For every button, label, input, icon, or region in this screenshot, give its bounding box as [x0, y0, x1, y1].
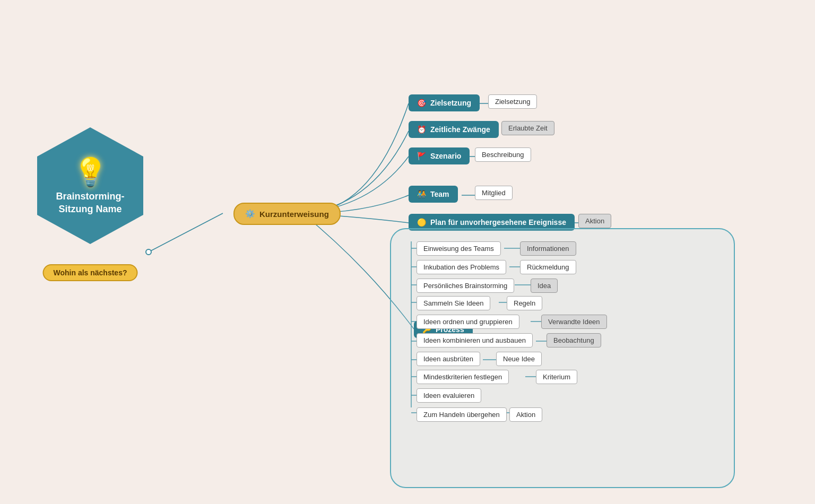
hex-shape: 💡 Brainstorming- Sitzung Name [37, 127, 143, 244]
zeitliche-icon: ⏰ [417, 125, 426, 134]
sub-mindest: Mindestkriterien festlegen [417, 370, 509, 384]
sub-ausbrueten: Ideen ausbrüten [417, 352, 480, 366]
szenario-label: Szenario [430, 152, 461, 160]
sub-ordnen: Ideen ordnen und gruppieren [417, 315, 519, 329]
svg-line-0 [149, 213, 223, 252]
leaf-einweisung: Informationen [520, 241, 576, 256]
zielsetzung-icon: 🎯 [417, 99, 426, 107]
szenario-icon: 🚩 [417, 152, 426, 160]
zeitliche-label: Zeitliche Zwänge [430, 125, 490, 134]
sub-sammeln: Sammeln Sie Ideen [417, 296, 490, 310]
team-icon: 🧑‍🤝‍🧑 [417, 190, 426, 198]
leaf-persoenlich: Idea [531, 279, 558, 293]
branch-zeitliche[interactable]: ⏰ Zeitliche Zwänge [409, 121, 499, 138]
kurz-icon: ⚙️ [245, 209, 255, 219]
sub-persoenlich: Persönliches Brainstorming [417, 279, 514, 293]
leaf-ausbrueten: Neue Idee [496, 352, 542, 366]
leaf-mindest: Kriterium [536, 370, 577, 384]
zielsetzung-label: Zielsetzung [430, 99, 471, 107]
team-label: Team [430, 190, 449, 198]
kurzunterweisung-node[interactable]: ⚙️ Kurzunterweisung [233, 203, 341, 225]
root-hex-node: 💡 Brainstorming- Sitzung Name Wohin als … [32, 117, 149, 255]
branch-szenario[interactable]: 🚩 Szenario [409, 147, 470, 164]
plan-icon: 🟡 [417, 218, 426, 227]
sub-handeln: Zum Handeln übergehen [417, 407, 507, 422]
leaf-zeitliche: Erlaubte Zeit [501, 121, 554, 135]
kurz-label: Kurzunterweisung [259, 210, 329, 219]
root-title-line1: Brainstorming- [56, 191, 124, 202]
root-subtitle[interactable]: Wohin als nächstes? [43, 264, 138, 281]
leaf-sammeln: Regeln [507, 296, 542, 310]
branch-team[interactable]: 🧑‍🤝‍🧑 Team [409, 186, 458, 203]
bulb-icon: 💡 [73, 156, 108, 188]
sub-inkubation: Inkubation des Problems [417, 260, 506, 274]
leaf-plan: Aktion [578, 214, 611, 228]
sub-einweisung: Einweisung des Teams [417, 241, 501, 256]
mindmap-canvas: 💡 Brainstorming- Sitzung Name Wohin als … [0, 0, 815, 504]
leaf-zielsetzung: Zielsetzung [488, 94, 537, 109]
plan-label: Plan für unvorhergesehene Ereignisse [430, 218, 566, 227]
leaf-szenario: Beschreibung [475, 147, 531, 162]
sub-evaluieren: Ideen evaluieren [417, 388, 481, 403]
leaf-kombinieren: Beobachtung [547, 333, 601, 347]
leaf-team: Mitglied [475, 186, 513, 200]
leaf-inkubation: Rückmeldung [520, 260, 576, 274]
sub-kombinieren: Ideen kombinieren und ausbauen [417, 333, 533, 347]
leaf-ordnen: Verwandte Ideen [541, 315, 607, 329]
branch-zielsetzung[interactable]: 🎯 Zielsetzung [409, 94, 480, 111]
root-title-line2: Sitzung Name [58, 204, 122, 214]
leaf-handeln: Aktion [509, 407, 542, 422]
